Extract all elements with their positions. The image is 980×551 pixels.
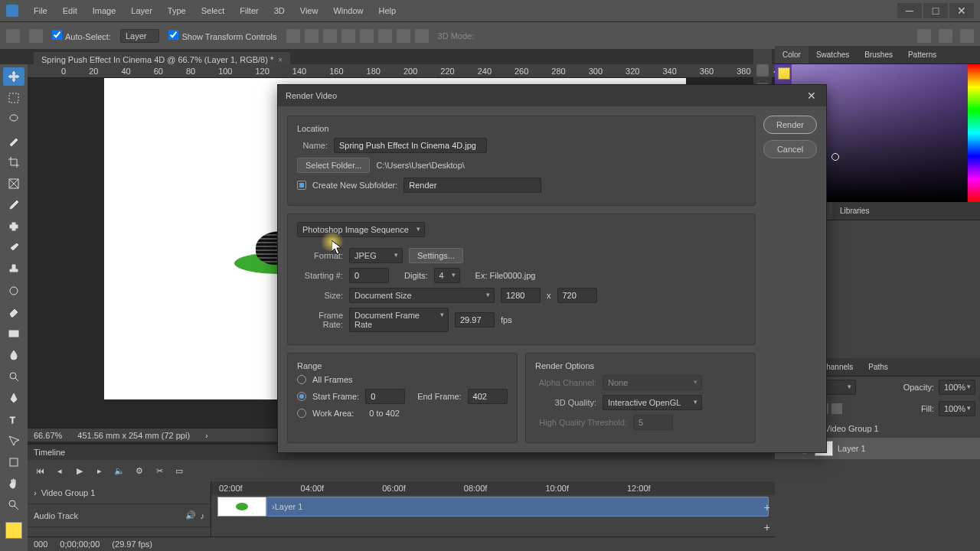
- settings-icon[interactable]: ⚙: [133, 465, 145, 477]
- gradient-tool[interactable]: [3, 324, 24, 343]
- brush-tool[interactable]: [3, 239, 24, 257]
- eyedropper-tool[interactable]: [3, 196, 24, 214]
- menu-3d[interactable]: 3D: [268, 3, 291, 18]
- minimize-button[interactable]: ─: [897, 3, 922, 18]
- libraries-tab[interactable]: Libraries: [832, 202, 877, 220]
- stamp-tool[interactable]: [3, 260, 24, 279]
- color-swatch[interactable]: [778, 67, 790, 80]
- dialog-close-button[interactable]: ✕: [805, 89, 818, 103]
- split-button[interactable]: ✂: [153, 465, 165, 477]
- format-select[interactable]: JPEG: [349, 248, 403, 263]
- menu-help[interactable]: Help: [373, 3, 403, 18]
- tab-close-icon[interactable]: ×: [278, 56, 283, 64]
- render-button[interactable]: Render: [763, 116, 817, 134]
- start-frame-radio[interactable]: [297, 392, 306, 401]
- hand-tool[interactable]: [3, 474, 24, 493]
- opacity-input[interactable]: 100%: [939, 380, 975, 395]
- marquee-tool[interactable]: [3, 89, 24, 107]
- starting-input[interactable]: 0: [349, 268, 389, 283]
- align-left-icon[interactable]: [286, 29, 300, 43]
- status-caret[interactable]: ›: [205, 431, 208, 440]
- show-transform-check[interactable]: Show Transform Controls: [168, 30, 276, 41]
- history-brush-tool[interactable]: [3, 282, 24, 300]
- subfolder-check[interactable]: [297, 181, 306, 190]
- paths-tab[interactable]: Paths: [861, 358, 896, 376]
- menu-view[interactable]: View: [294, 3, 325, 18]
- distribute-icon[interactable]: [397, 29, 410, 43]
- frame-tool[interactable]: [3, 174, 24, 193]
- end-frame-input[interactable]: 402: [468, 389, 508, 404]
- menu-file[interactable]: File: [28, 3, 54, 18]
- align-bottom-icon[interactable]: [378, 29, 392, 43]
- blur-tool[interactable]: [3, 346, 24, 364]
- menu-type[interactable]: Type: [162, 3, 192, 18]
- eraser-tool[interactable]: [3, 303, 24, 321]
- more-icon[interactable]: [415, 29, 429, 43]
- framerate-input[interactable]: 29.97: [455, 312, 495, 328]
- align-center-icon[interactable]: [305, 29, 318, 43]
- swatches-tab[interactable]: Swatches: [808, 46, 857, 64]
- select-folder-button[interactable]: Select Folder...: [297, 158, 370, 173]
- menu-layer[interactable]: Layer: [125, 3, 158, 18]
- dodge-tool[interactable]: [3, 367, 24, 386]
- shape-tool[interactable]: [3, 453, 24, 471]
- clip-thumbnail[interactable]: [217, 497, 266, 517]
- workspace-icon[interactable]: [939, 29, 952, 43]
- type-tool[interactable]: T: [3, 410, 24, 429]
- menu-image[interactable]: Image: [87, 3, 122, 18]
- name-input[interactable]: Spring Push Effect In Cinema 4D.jpg: [334, 138, 487, 153]
- width-input[interactable]: 1280: [501, 288, 541, 303]
- encoder-select[interactable]: Photoshop Image Sequence: [297, 222, 425, 237]
- align-vmiddle-icon[interactable]: [360, 29, 374, 43]
- video-clip[interactable]: ›Layer 1: [266, 497, 769, 517]
- format-settings-button[interactable]: Settings...: [409, 248, 463, 263]
- home-icon[interactable]: [6, 29, 20, 43]
- note-icon[interactable]: ♪: [201, 511, 205, 520]
- wand-tool[interactable]: [3, 132, 24, 150]
- next-frame-button[interactable]: ▸: [93, 465, 106, 477]
- search-icon[interactable]: [917, 29, 931, 43]
- menu-window[interactable]: Window: [327, 3, 369, 18]
- pen-tool[interactable]: [3, 389, 24, 407]
- all-frames-radio[interactable]: [297, 375, 306, 384]
- heal-tool[interactable]: [3, 217, 24, 236]
- track-expand-icon[interactable]: ›: [34, 488, 37, 497]
- transition-button[interactable]: ▭: [173, 465, 185, 477]
- lock-all-icon[interactable]: [831, 403, 842, 414]
- add-media-button[interactable]: +: [764, 501, 770, 514]
- color-tab[interactable]: Color: [775, 46, 808, 64]
- menu-filter[interactable]: Filter: [234, 3, 264, 18]
- auto-select-check[interactable]: Auto-Select:: [52, 30, 111, 41]
- timeline-tab[interactable]: Timeline: [34, 448, 65, 457]
- brushes-tab[interactable]: Brushes: [857, 46, 900, 64]
- start-frame-input[interactable]: 0: [365, 389, 405, 404]
- add-audio-button[interactable]: +: [764, 521, 770, 533]
- fill-input[interactable]: 100%: [939, 401, 975, 416]
- share-icon[interactable]: [960, 29, 974, 43]
- subfolder-input[interactable]: Render: [403, 178, 541, 193]
- goto-start-button[interactable]: ⏮: [34, 465, 46, 477]
- prev-frame-button[interactable]: ◂: [54, 465, 66, 477]
- play-button[interactable]: ▶: [74, 465, 86, 477]
- close-button[interactable]: ✕: [949, 3, 974, 18]
- 3d-quality-select[interactable]: Interactive OpenGL: [603, 395, 702, 410]
- framerate-select[interactable]: Document Frame Rate: [349, 308, 449, 332]
- hue-slider[interactable]: [968, 64, 980, 202]
- mute-button[interactable]: 🔈: [113, 465, 126, 477]
- work-area-radio[interactable]: [297, 409, 306, 418]
- collapsed-icon[interactable]: [756, 64, 769, 77]
- menu-select[interactable]: Select: [195, 3, 231, 18]
- auto-select-mode[interactable]: Layer: [120, 29, 160, 43]
- move-tool[interactable]: [3, 67, 24, 86]
- maximize-button[interactable]: □: [923, 3, 948, 18]
- menu-edit[interactable]: Edit: [57, 3, 83, 18]
- align-top-icon[interactable]: [341, 29, 355, 43]
- timecode[interactable]: 0;00;00;00: [60, 540, 100, 549]
- lasso-tool[interactable]: [3, 110, 24, 129]
- foreground-swatch[interactable]: [5, 522, 22, 539]
- zoom-level[interactable]: 66.67%: [34, 431, 62, 440]
- zoom-tool[interactable]: [3, 496, 24, 514]
- speaker-icon[interactable]: 🔊: [185, 510, 196, 520]
- align-right-icon[interactable]: [323, 29, 337, 43]
- path-tool[interactable]: [3, 432, 24, 450]
